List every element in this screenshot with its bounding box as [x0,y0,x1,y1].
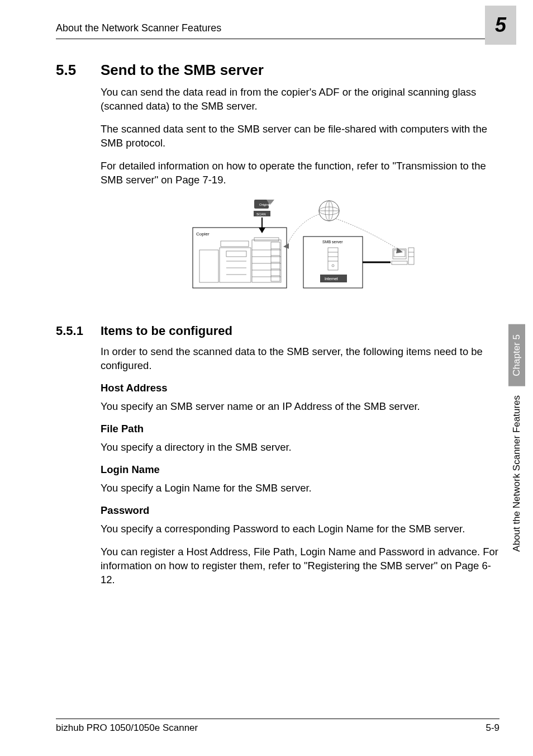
page-content: About the Network Scanner Features 5 5.5… [0,0,533,618]
file-path-heading: File Path [101,423,499,435]
chapter-badge: 5 [485,6,516,45]
svg-rect-5 [199,250,218,282]
subsection-number: 5.5.1 [56,324,101,338]
paragraph: You can send the data read in from the c… [101,86,499,114]
side-tab: Chapter 5 About the Network Scanner Feat… [507,324,526,556]
chapter-tab: Chapter 5 [508,324,525,386]
header-rule [56,39,516,39]
host-address-heading: Host Address [101,382,499,394]
paragraph: For detailed information on how to opera… [101,159,499,187]
running-head: About the Network Scanner Features [56,22,221,34]
svg-rect-8 [226,251,246,257]
paragraph: You specify a directory in the SMB serve… [101,441,499,455]
section-5-5-body: You can send the data read in from the c… [101,86,499,308]
footer-left: bizhub PRO 1050/1050e Scanner [56,722,198,734]
chapter-number: 5 [495,13,506,37]
svg-marker-25 [283,243,289,249]
paragraph: You specify an SMB server name or an IP … [101,400,499,414]
diagram-smb-label: SMB server [322,240,343,244]
subsection-title: Items to be configured [101,324,232,338]
page-footer: bizhub PRO 1050/1050e Scanner 5-9 [56,719,499,734]
section-5-5-heading: 5.5 Send to the SMB server [56,62,499,79]
paragraph: You specify a corresponding Password to … [101,522,499,536]
section-5-5-1-body: In order to send the scanned data to the… [101,345,499,587]
paragraph: You specify a Login Name for the SMB ser… [101,481,499,495]
section-5-5-1-heading: 5.5.1 Items to be configured [56,324,499,338]
paragraph: In order to send the scanned data to the… [101,345,499,373]
page-header: About the Network Scanner Features 5 [56,22,499,49]
svg-rect-6 [220,248,251,282]
section-number: 5.5 [56,62,101,79]
svg-marker-3 [259,228,265,233]
svg-rect-43 [408,248,414,264]
svg-rect-42 [392,261,407,264]
diagram-original-label: Original [259,203,271,206]
svg-rect-7 [221,241,249,247]
paragraph: The scanned data sent to the SMB server … [101,122,499,150]
login-name-heading: Login Name [101,464,499,476]
diagram-scan-label: SCAN [256,212,266,216]
footer-right: 5-9 [486,722,499,734]
password-heading: Password [101,504,499,517]
svg-rect-13 [254,238,279,241]
section-title: Send to the SMB server [101,62,264,79]
network-diagram: Original SCAN Copier [183,196,417,308]
diagram-copier-label: Copier [196,231,210,237]
paragraph: You can register a Host Address, File Pa… [101,545,499,587]
svg-marker-31 [396,248,403,253]
svg-point-37 [332,264,334,267]
chapter-tab-label: About the Network Scanner Features [510,391,524,556]
svg-rect-19 [271,242,280,281]
svg-rect-4 [193,228,287,288]
svg-rect-12 [252,240,281,282]
diagram-internet-label: Internet [325,277,338,281]
